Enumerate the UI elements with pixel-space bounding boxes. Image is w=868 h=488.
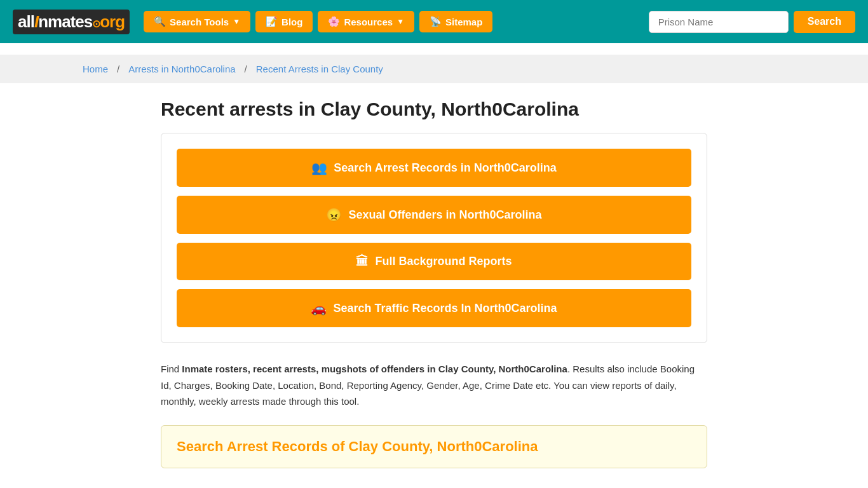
traffic-records-button[interactable]: 🚗 Search Traffic Records In North0Caroli… bbox=[177, 289, 691, 327]
sitemap-label: Sitemap bbox=[445, 17, 482, 27]
header-search-area: Search bbox=[649, 11, 855, 33]
traffic-records-icon: 🚗 bbox=[311, 301, 327, 316]
sexual-offenders-icon: 😠 bbox=[326, 207, 342, 222]
search-tools-button[interactable]: 🔍 Search Tools ▼ bbox=[144, 11, 250, 32]
sexual-offenders-label: Sexual Offenders in North0Carolina bbox=[348, 208, 541, 222]
resources-button[interactable]: 🌸 Resources ▼ bbox=[318, 11, 414, 32]
background-reports-label: Full Background Reports bbox=[375, 255, 512, 268]
logo-all: all bbox=[18, 12, 34, 31]
resources-label: Resources bbox=[344, 17, 393, 27]
resources-icon: 🌸 bbox=[328, 16, 340, 27]
breadcrumb-sep-1: / bbox=[117, 64, 119, 74]
search-arrest-records-label: Search Arrest Records in North0Carolina bbox=[334, 161, 556, 175]
search-arrest-records-button[interactable]: 👥 Search Arrest Records in North0Carolin… bbox=[177, 149, 691, 187]
breadcrumb: Home / Arrests in North0Carolina / Recen… bbox=[83, 64, 785, 74]
description-bold: Inmate rosters, recent arrests, mugshots… bbox=[182, 363, 567, 374]
background-reports-icon: 🏛 bbox=[356, 254, 369, 269]
logo-nmates: nmates bbox=[38, 12, 92, 31]
page-title: Recent arrests in Clay County, North0Car… bbox=[161, 98, 707, 120]
sitemap-button[interactable]: 📡 Sitemap bbox=[419, 11, 492, 32]
blog-button[interactable]: 📝 Blog bbox=[255, 11, 313, 32]
breadcrumb-state[interactable]: Arrests in North0Carolina bbox=[128, 64, 235, 74]
header-search-button[interactable]: Search bbox=[794, 11, 855, 33]
breadcrumb-sep-2: / bbox=[245, 64, 247, 74]
main-content: Recent arrests in Clay County, North0Car… bbox=[148, 83, 720, 488]
description-prefix: Find bbox=[161, 363, 182, 374]
site-logo[interactable]: allInmates⊙org bbox=[13, 10, 130, 34]
action-card: 👥 Search Arrest Records in North0Carolin… bbox=[161, 133, 707, 343]
main-nav: 🔍 Search Tools ▼ 📝 Blog 🌸 Resources ▼ 📡 … bbox=[144, 11, 641, 32]
search-tools-label: Search Tools bbox=[170, 17, 229, 27]
breadcrumb-current: Recent Arrests in Clay County bbox=[256, 64, 383, 74]
search-tools-icon: 🔍 bbox=[154, 16, 166, 27]
traffic-records-label: Search Traffic Records In North0Carolina bbox=[333, 302, 557, 315]
prison-name-input[interactable] bbox=[649, 11, 789, 33]
logo-org: org bbox=[100, 12, 125, 31]
arrest-records-title: Search Arrest Records of Clay County, No… bbox=[177, 438, 691, 455]
resources-arrow-icon: ▼ bbox=[397, 17, 404, 26]
sitemap-icon: 📡 bbox=[430, 16, 442, 27]
breadcrumb-section: Home / Arrests in North0Carolina / Recen… bbox=[0, 55, 868, 83]
blog-label: Blog bbox=[281, 17, 302, 27]
site-header: allInmates⊙org 🔍 Search Tools ▼ 📝 Blog 🌸… bbox=[0, 0, 868, 43]
blog-icon: 📝 bbox=[266, 16, 278, 27]
arrest-records-section: Search Arrest Records of Clay County, No… bbox=[161, 425, 707, 468]
sexual-offenders-button[interactable]: 😠 Sexual Offenders in North0Carolina bbox=[177, 196, 691, 234]
search-arrest-records-icon: 👥 bbox=[311, 160, 327, 175]
logo-dot-icon: ⊙ bbox=[92, 18, 100, 29]
background-reports-button[interactable]: 🏛 Full Background Reports bbox=[177, 243, 691, 280]
description-text: Find Inmate rosters, recent arrests, mug… bbox=[161, 361, 707, 410]
breadcrumb-home[interactable]: Home bbox=[83, 64, 108, 74]
search-tools-arrow-icon: ▼ bbox=[233, 17, 240, 26]
